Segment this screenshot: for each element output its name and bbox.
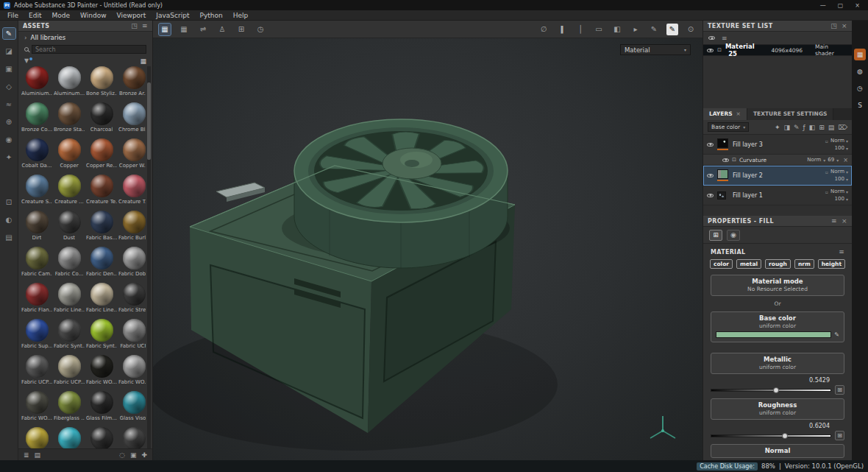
opacity-dropdown[interactable]: 100▾ [835,196,848,202]
channel-filter-dropdown[interactable]: Base color ▾ [708,122,749,132]
layer-thumbnail[interactable] [717,169,728,179]
section-menu-icon[interactable]: ≡ [839,248,844,256]
opacity-dropdown[interactable]: 100▾ [835,145,848,151]
asset-item[interactable]: Charcoal [86,102,117,136]
projection-tool-icon[interactable]: ▣ [3,63,15,74]
material-view-icon[interactable]: ◧ [611,24,623,35]
add-fill-layer-icon[interactable]: ⊞ [819,124,825,131]
fill-effect-icon[interactable]: ◧ [809,124,816,131]
asset-item[interactable]: Copper Re... [86,138,117,172]
asset-item[interactable]: Fabric Synt... [86,319,117,353]
remove-effect-icon[interactable]: × [843,157,848,163]
add-asset-button[interactable]: ✚ [141,451,147,459]
texture-set-filter-icon[interactable]: ≡ [722,35,728,42]
minimize-button[interactable]: — [820,2,826,9]
smudge-tool-icon[interactable]: ≈ [3,99,15,110]
pen-tool-icon[interactable]: ✎ [648,24,660,35]
channel-height-button[interactable]: height [818,259,845,269]
visibility-eye-icon[interactable] [722,158,729,162]
navigation-gizmo[interactable] [647,415,679,444]
texture-set-row[interactable]: ⊡ Material _25 4096x4096 Main shader [703,44,852,56]
close-tab-icon[interactable]: × [736,108,741,120]
asset-item[interactable]: Fabric Line... [54,283,85,317]
opacity-dropdown[interactable]: 100▾ [835,176,848,182]
asset-item[interactable]: Glass Visor [118,391,146,425]
pause-engine-icon[interactable]: ‖ [556,24,568,35]
polygon-fill-tool-icon[interactable]: ◇ [3,81,15,92]
menu-window[interactable]: Window [75,12,112,19]
edit-color-icon[interactable]: ✎ [834,331,839,338]
clone-tool-icon[interactable]: ⊕ [3,116,15,127]
paint-effect-icon[interactable]: ✎ [794,124,800,131]
menu-edit[interactable]: Edit [24,12,46,19]
undock-panel-icon[interactable]: ◳ [830,22,837,29]
channel-rough-button[interactable]: rough [765,259,791,269]
maximize-button[interactable]: ▢ [838,2,844,9]
normal-box[interactable]: Normal [711,444,844,458]
3d-viewport[interactable]: Material ▾ [153,38,702,460]
viewport-mode-icon[interactable]: ▭ [593,24,605,35]
panel-menu-icon[interactable]: ≡ [142,22,148,29]
metallic-slider-knob[interactable] [773,387,779,393]
effect-blend-dropdown[interactable]: Norm [807,157,821,163]
list-view-icon[interactable]: ≣ [24,451,29,459]
asset-item[interactable]: Dust [54,211,85,244]
menu-file[interactable]: File [2,12,24,19]
layer-row-fill-layer-1[interactable]: Fill layer 1 ▫ Norm▾ 100▾ [703,186,852,205]
mannequin-icon[interactable]: ♙ [216,24,228,35]
asset-item[interactable]: Cobalt Da... [21,138,52,172]
asset-item[interactable]: Fabric Synt... [54,319,85,353]
thumbnail-size-icon[interactable]: ▣ [130,451,137,459]
asset-item[interactable]: Fabric WO... [118,355,146,389]
asset-item[interactable]: Creature ... [54,175,85,208]
asset-item[interactable]: Copper W... [118,138,146,172]
asset-item[interactable]: Chrome Bl... [118,102,146,136]
paint-mode-icon[interactable]: ✎ [666,24,678,35]
visibility-eye-icon[interactable] [707,174,714,177]
panel-menu-icon[interactable]: ≡ [831,217,837,225]
menu-help[interactable]: Help [228,12,254,19]
eraser-tool-icon[interactable]: ◪ [3,46,15,57]
menu-javascript[interactable]: JavaScript [151,12,194,19]
shader-settings-icon[interactable]: ▤ [3,232,15,243]
asset-item[interactable]: Fabric Den... [86,247,117,281]
visibility-eye-icon[interactable] [707,143,714,147]
toolbar-separator[interactable]: │ [574,24,586,35]
asset-item[interactable]: Fabric Dob... [118,247,146,281]
close-panel-icon[interactable]: × [842,22,847,29]
assets-scrollbar-thumb[interactable] [147,82,151,160]
asset-item[interactable] [118,427,146,448]
asset-item[interactable]: Fabric Bas... [86,211,117,244]
history-icon[interactable]: ◷ [255,24,266,35]
asset-item[interactable]: Fabric WO... [21,391,52,425]
asset-item[interactable]: Creature S... [21,175,52,208]
snap-grid-icon[interactable]: ▦ [159,24,171,35]
asset-item[interactable]: Bronze Co... [21,102,52,136]
asset-item[interactable]: Bronze Sta... [54,102,85,136]
layer-name[interactable]: Fill layer 1 [733,192,763,199]
asset-item[interactable]: Fabric UCP... [54,355,85,389]
asset-item[interactable]: Creature Te... [86,175,117,208]
roughness-slider[interactable] [711,434,831,437]
metallic-value[interactable]: 0.5429 [711,377,844,384]
visibility-toggle-icon[interactable]: ∅ [538,24,549,35]
layer-effect-row-curvature[interactable]: ⊡ Curvature Norm ▾ 69 ▾ × [703,155,852,166]
metallic-slider[interactable] [711,389,831,392]
attributes-view-icon[interactable]: ⊞ [709,230,722,241]
camera-capture-icon[interactable]: ⊙ [685,24,697,35]
asset-item[interactable]: Aluminium... [21,66,52,100]
filter-icon[interactable]: ▼ [24,57,29,64]
camera-settings-icon[interactable]: ◐ [3,214,15,225]
menu-mode[interactable]: Mode [47,12,76,19]
add-folder-icon[interactable]: ▤ [828,124,835,131]
substance-assets-icon[interactable]: ▦ [854,49,866,60]
channel-metal-button[interactable]: metal [736,259,761,269]
tab-texture-set-settings[interactable]: TEXTURE SET SETTINGS [747,108,834,120]
asset-item[interactable]: Fabric Cam... [21,247,52,281]
asset-item[interactable]: Fabric UCP [118,319,146,353]
layer-row-fill-layer-2[interactable]: Fill layer 2 ▫ Norm▾ 100▾ [703,166,852,186]
community-assets-icon[interactable]: ◍ [854,66,866,77]
uv-grid-icon[interactable]: ▦ [178,24,190,35]
base-color-swatch[interactable] [716,331,831,338]
asset-item[interactable]: Fiberglass ... [54,391,85,425]
